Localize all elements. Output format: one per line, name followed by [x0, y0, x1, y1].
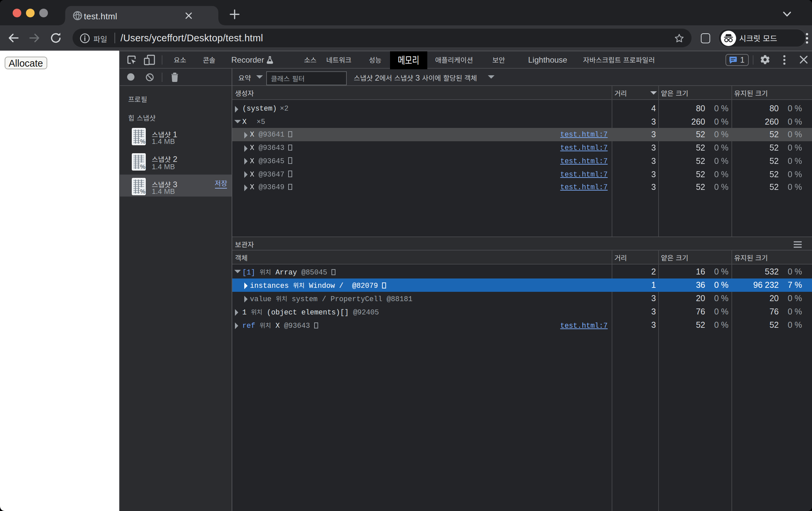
- svg-text:%: %: [140, 163, 145, 170]
- svg-text:%: %: [140, 188, 145, 195]
- svg-text:%: %: [140, 138, 145, 145]
